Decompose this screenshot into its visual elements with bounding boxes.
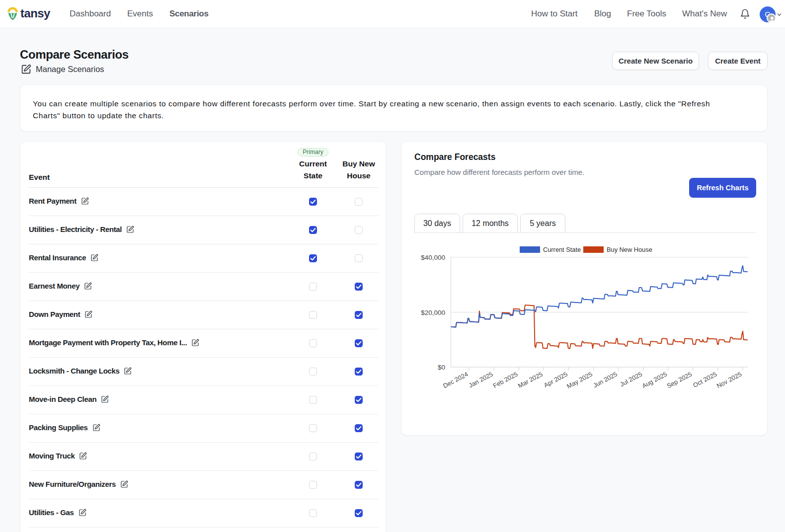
svg-text:May 2025: May 2025 [565, 370, 594, 390]
svg-text:Buy New House: Buy New House [607, 246, 652, 253]
svg-text:Jul 2025: Jul 2025 [619, 370, 643, 388]
svg-text:Dec 2024: Dec 2024 [442, 370, 469, 389]
svg-text:$0: $0 [438, 364, 445, 371]
svg-text:Oct 2025: Oct 2025 [692, 370, 718, 389]
svg-text:Jan 2025: Jan 2025 [468, 370, 494, 389]
svg-text:Mar 2025: Mar 2025 [517, 370, 544, 389]
svg-text:Nov 2025: Nov 2025 [715, 370, 743, 389]
svg-text:$20,000: $20,000 [421, 309, 445, 316]
svg-text:Feb 2025: Feb 2025 [492, 370, 519, 389]
svg-text:Apr 2025: Apr 2025 [543, 370, 569, 389]
svg-text:Current State: Current State [543, 246, 581, 253]
svg-text:$40,000: $40,000 [421, 254, 445, 261]
svg-text:Jun 2025: Jun 2025 [592, 370, 619, 389]
svg-text:Aug 2025: Aug 2025 [641, 370, 668, 389]
svg-text:Sep 2025: Sep 2025 [666, 370, 693, 389]
